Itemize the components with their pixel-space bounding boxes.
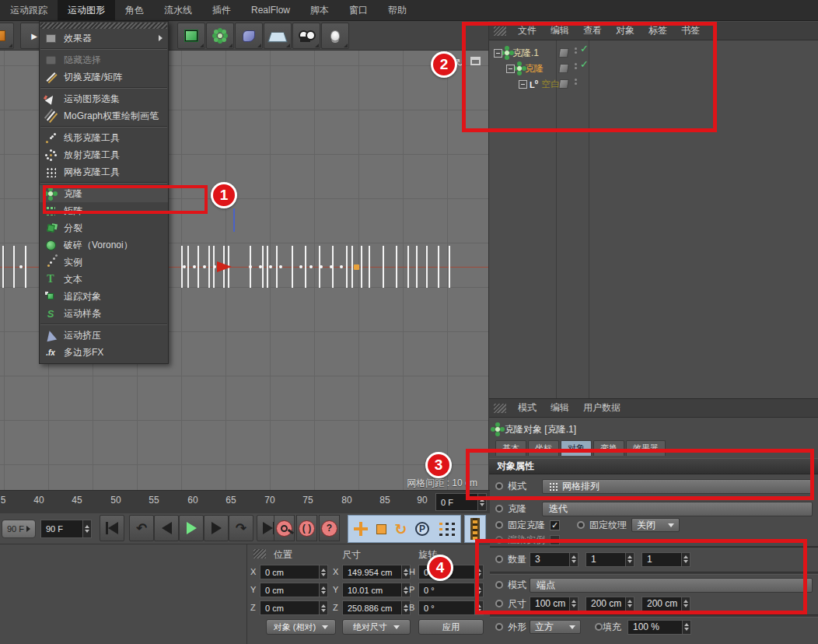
keyframe-selection-button[interactable]: ? [319, 515, 340, 541]
menu-item-破碎（Voronoi）[interactable]: 破碎（Voronoi） [40, 236, 168, 254]
record-pla-icon[interactable] [438, 521, 455, 537]
size-z-field[interactable]: 250.886 cm [342, 600, 411, 615]
record-keyframe-button[interactable] [274, 515, 295, 541]
clone-line[interactable] [305, 246, 306, 288]
clone-dropdown[interactable]: 迭代 [542, 502, 813, 516]
spinner[interactable] [319, 583, 327, 597]
menubar-item-运动图形[interactable]: 运动图形 [58, 0, 115, 20]
toolbar-button-object[interactable] [177, 23, 205, 49]
position-x-field[interactable]: 0 cm [260, 565, 328, 579]
clone-line[interactable] [25, 246, 26, 288]
param-circle-icon[interactable] [495, 505, 503, 513]
record-parameter-icon[interactable]: P [415, 522, 429, 536]
menu-item-MoGraph权重绘制画笔[interactable]: MoGraph权重绘制画笔 [40, 107, 168, 124]
record-position-icon[interactable] [354, 522, 368, 536]
clone-line[interactable] [198, 246, 199, 288]
clone-line[interactable] [351, 246, 353, 288]
position-z-field[interactable]: 0 cm [260, 600, 328, 615]
timeline-ruler[interactable]: 54045505560657075808590 0 F [0, 490, 490, 513]
clone-line[interactable] [262, 246, 264, 288]
clone-line[interactable] [346, 246, 348, 288]
toolbar-button-floor[interactable] [264, 23, 292, 49]
menu-tearoff-strip[interactable] [40, 23, 167, 29]
toolbar-button-array[interactable] [206, 23, 234, 49]
menubar-item-运动跟踪[interactable]: 运动跟踪 [0, 0, 58, 20]
play-button[interactable] [179, 515, 204, 541]
autokey-button[interactable]: ( ) [296, 515, 317, 541]
jump-start-button[interactable] [100, 515, 124, 541]
rotation-b-field[interactable]: 0 ° [418, 600, 484, 615]
next-frame-button[interactable] [204, 515, 229, 541]
clone-line[interactable] [361, 246, 362, 288]
clone-line[interactable] [267, 246, 268, 288]
menu-item-效果器[interactable]: 效果器 [40, 30, 168, 47]
drag-handle-icon[interactable] [253, 549, 266, 558]
clone-line[interactable] [208, 246, 210, 288]
clone-line[interactable] [292, 246, 293, 288]
menu-item-线形克隆工具[interactable]: 线形克隆工具 [40, 129, 168, 146]
spinner[interactable] [682, 621, 690, 634]
param-circle-icon[interactable] [495, 521, 503, 529]
menu-item-分裂[interactable]: 分裂 [40, 219, 168, 236]
menubar-item-RealFlow[interactable]: RealFlow [241, 0, 300, 20]
toolbar-button-camera[interactable] [292, 23, 320, 49]
clone-line[interactable] [407, 246, 409, 288]
toolbar-button-spline[interactable] [235, 23, 263, 49]
menubar-item-插件[interactable]: 插件 [202, 0, 241, 20]
clone-line[interactable] [426, 246, 428, 288]
fill-field[interactable]: 100 % [627, 620, 691, 635]
clone-line[interactable] [2, 246, 4, 288]
menubar-item-脚本[interactable]: 脚本 [300, 0, 339, 20]
record-rotation-icon[interactable]: ↻ [395, 520, 407, 538]
next-key-button[interactable]: ↷ [229, 515, 253, 541]
menu-item-放射克隆工具[interactable]: 放射克隆工具 [40, 146, 168, 163]
param-circle-icon[interactable] [495, 623, 503, 631]
spinner[interactable] [82, 520, 91, 537]
menubar-item-帮助[interactable]: 帮助 [378, 0, 417, 20]
menu-item-文本[interactable]: 文本 [40, 271, 168, 288]
menubar-item-窗口[interactable]: 窗口 [339, 0, 378, 20]
clone-line[interactable] [369, 246, 370, 288]
am-menu-编辑[interactable]: 编辑 [544, 401, 576, 415]
menubar-item-流水线[interactable]: 流水线 [154, 0, 202, 20]
menu-item-运动挤压[interactable]: 运动挤压 [40, 327, 168, 344]
clone-line[interactable] [416, 246, 418, 288]
menu-item-切换克隆/矩阵[interactable]: 切换克隆/矩阵 [40, 68, 168, 86]
size-y-field[interactable]: 10.01 cm [342, 583, 411, 597]
rotation-p-field[interactable]: 0 ° [418, 583, 484, 597]
record-scale-icon[interactable] [376, 524, 386, 534]
am-menu-模式[interactable]: 模式 [511, 401, 544, 415]
fix-clone-checkbox[interactable]: ✓ [550, 520, 560, 530]
param-circle-icon[interactable] [595, 623, 603, 631]
menu-item-运动样条[interactable]: 运动样条 [40, 305, 168, 322]
menu-item-追踪对象[interactable]: 追踪对象 [40, 288, 168, 305]
end-frame-button[interactable]: 90 F [2, 520, 36, 538]
coord-size-mode-button[interactable]: 绝对尺寸 [342, 619, 411, 635]
coord-mode-button[interactable]: 对象 (相对) [266, 619, 336, 635]
toolbar-button-light[interactable] [321, 23, 349, 49]
toolbar-button-partial[interactable] [0, 23, 14, 49]
clone-line[interactable] [396, 246, 397, 288]
param-circle-icon[interactable] [577, 521, 585, 529]
clone-line[interactable] [276, 246, 278, 288]
clone-line[interactable] [383, 246, 384, 288]
am-menu-用户数据[interactable]: 用户数据 [576, 401, 627, 415]
spinner[interactable] [319, 601, 327, 614]
prev-key-button[interactable]: ↶ [129, 515, 154, 541]
shape-dropdown[interactable]: 立方 [530, 620, 581, 634]
menu-item-实例[interactable]: 实例 [40, 254, 168, 271]
end-frame-field[interactable]: 90 F [40, 520, 92, 538]
menu-item-多边形FX[interactable]: 多边形FX [40, 344, 168, 361]
menubar-item-角色[interactable]: 角色 [115, 0, 154, 20]
drag-handle-icon[interactable] [494, 404, 506, 413]
menu-item-运动图形选集[interactable]: 运动图形选集 [40, 90, 168, 107]
axis-arrow-icon[interactable] [217, 261, 232, 272]
apply-button[interactable]: 应用 [418, 619, 484, 635]
clone-line[interactable] [438, 246, 439, 288]
clone-line[interactable] [187, 246, 189, 288]
size-x-field[interactable]: 149.954 cm [342, 565, 411, 579]
spinner[interactable] [319, 565, 327, 579]
clone-line[interactable] [449, 246, 450, 288]
prev-frame-button[interactable] [154, 515, 179, 541]
position-y-field[interactable]: 0 cm [260, 583, 328, 597]
